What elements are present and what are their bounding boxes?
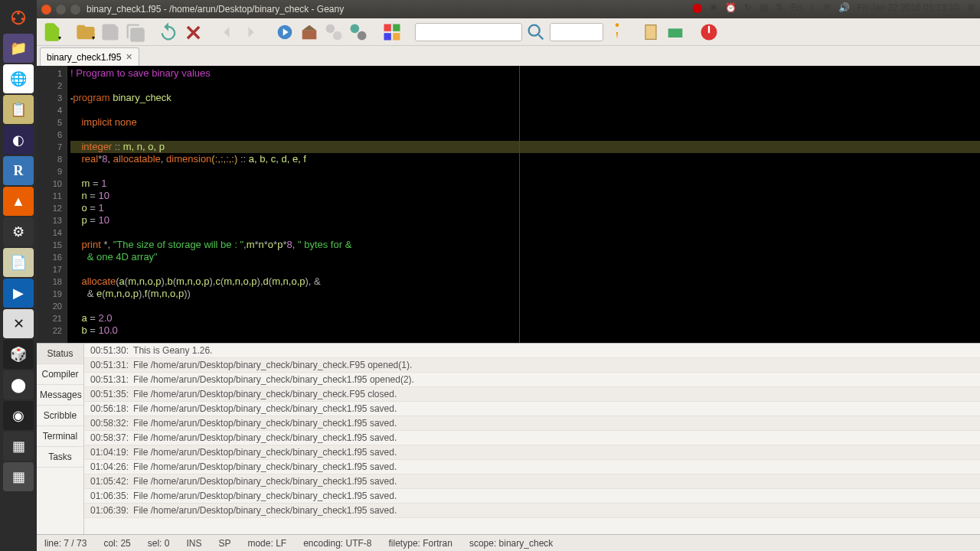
svg-rect-18	[708, 25, 710, 32]
launcher-app7[interactable]: ▦	[3, 432, 34, 461]
bottom-panel: StatusCompilerMessagesScribbleTerminalTa…	[37, 343, 980, 534]
window-close[interactable]	[41, 5, 51, 15]
launcher-app5[interactable]: ⬤	[3, 370, 34, 399]
svg-rect-11	[393, 24, 400, 31]
search-input[interactable]	[415, 23, 522, 41]
statusbar: line: 7 / 73 col: 25 sel: 0 INS SP mode:…	[37, 534, 980, 551]
launcher-files[interactable]: 📁	[3, 34, 34, 63]
tray-volume-icon[interactable]: 🔊	[838, 2, 850, 13]
status-scope: scope: binary_check	[469, 538, 553, 549]
message-row[interactable]: 01:06:35:File /home/arun/Desktop/binary_…	[84, 489, 980, 504]
message-row[interactable]: 00:58:32:File /home/arun/Desktop/binary_…	[84, 416, 980, 431]
messages-list[interactable]: 00:51:30:This is Geany 1.26.00:51:31:Fil…	[84, 344, 980, 534]
tray-clock[interactable]: Fri Jan 22 2016 01:13:10	[858, 2, 959, 13]
main-toolbar: ▾ ▾	[37, 18, 980, 46]
svg-point-6	[326, 24, 335, 33]
plugin-button[interactable]	[665, 21, 686, 43]
tray-record-icon[interactable]: ⬤	[692, 2, 702, 13]
window-minimize[interactable]	[56, 5, 66, 15]
prefs-button[interactable]	[640, 21, 662, 43]
launcher-rstudio[interactable]: R	[3, 156, 34, 185]
svg-rect-15	[645, 24, 656, 39]
tray-network-icon[interactable]: ⇅	[776, 2, 783, 13]
message-row[interactable]: 00:51:31:File /home/arun/Desktop/binary_…	[84, 358, 980, 373]
file-tab-label: binary_check1.f95	[47, 52, 121, 63]
tray-sync-icon[interactable]: ↻	[744, 2, 752, 13]
status-filetype: filetype: Fortran	[389, 538, 452, 549]
execute-button[interactable]	[323, 21, 345, 43]
tray-lang-icon[interactable]: En	[791, 2, 802, 13]
svg-point-8	[351, 24, 360, 33]
panel-tab-status[interactable]: Status	[37, 344, 83, 364]
goto-button[interactable]	[606, 21, 628, 43]
message-row[interactable]: 00:51:31:File /home/arun/Desktop/binary_…	[84, 373, 980, 387]
new-file-button[interactable]: ▾	[41, 21, 63, 43]
line-gutter: 12345678910111213141516171819202122	[37, 66, 67, 343]
reload-button[interactable]	[158, 21, 179, 43]
window-maximize[interactable]	[70, 5, 80, 15]
status-mode: mode: LF	[247, 538, 286, 549]
compile-button[interactable]	[274, 21, 296, 43]
window-titlebar: binary_check1.f95 - /home/arun/Desktop/b…	[37, 0, 980, 18]
panel-tab-messages[interactable]: Messages	[37, 385, 83, 406]
panel-tab-terminal[interactable]: Terminal	[37, 426, 83, 447]
message-row[interactable]: 01:04:26:File /home/arun/Desktop/binary_…	[84, 460, 980, 474]
status-sp: SP	[218, 538, 230, 549]
nav-forward-button[interactable]	[240, 21, 262, 43]
tab-close-icon[interactable]: ✕	[126, 52, 132, 62]
close-button[interactable]	[182, 21, 204, 43]
message-row[interactable]: 01:04:19:File /home/arun/Desktop/binary_…	[84, 445, 980, 460]
panel-tabs: StatusCompilerMessagesScribbleTerminalTa…	[37, 344, 84, 534]
code-content[interactable]: ! Program to save binary values ▪program…	[67, 66, 980, 343]
tray-mail-icon[interactable]: ✉	[823, 2, 831, 13]
file-tabbar: binary_check1.f95 ✕	[37, 46, 980, 66]
launcher-app4[interactable]: 🎲	[3, 340, 34, 369]
save-all-button[interactable]	[124, 21, 145, 43]
panel-tab-scribble[interactable]: Scribble	[37, 406, 83, 426]
system-tray: ⬤ ✱ ⏰ ↻ ▤ ⇅ En ᛒ ✉ 🔊 Fri Jan 22 2016 01:…	[692, 2, 975, 13]
svg-rect-12	[384, 33, 391, 40]
launcher-vlc[interactable]: ▲	[3, 187, 34, 216]
launcher-eclipse[interactable]: ◐	[3, 126, 34, 155]
launcher-app1[interactable]: 📋	[3, 95, 34, 124]
quit-button[interactable]	[698, 21, 720, 43]
build-button[interactable]	[299, 21, 320, 43]
svg-point-14	[529, 24, 540, 35]
nav-back-button[interactable]	[216, 21, 237, 43]
color-button[interactable]	[381, 21, 403, 43]
launcher-dash[interactable]	[3, 3, 34, 32]
message-row[interactable]: 01:06:39:File /home/arun/Desktop/binary_…	[84, 504, 980, 518]
search-button[interactable]	[525, 21, 547, 43]
code-editor[interactable]: 12345678910111213141516171819202122 ! Pr…	[37, 66, 980, 343]
launcher-geany[interactable]: 📄	[3, 248, 34, 277]
launcher-app2[interactable]: ⚙	[3, 217, 34, 246]
unity-launcher: 📁 🌐 📋 ◐ R ▲ ⚙ 📄 ▶ ✕ 🎲 ⬤ ◉ ▦ ▦	[0, 0, 37, 551]
launcher-chrome[interactable]: 🌐	[3, 64, 34, 93]
status-line: line: 7 / 73	[44, 538, 87, 549]
launcher-app3[interactable]: ✕	[3, 309, 34, 338]
launcher-media[interactable]: ▶	[3, 279, 34, 308]
svg-rect-10	[384, 24, 391, 31]
message-row[interactable]: 00:51:30:This is Geany 1.26.	[84, 344, 980, 358]
status-encoding: encoding: UTF-8	[303, 538, 371, 549]
message-row[interactable]: 00:51:35:File /home/arun/Desktop/binary_…	[84, 387, 980, 402]
message-row[interactable]: 01:05:42:File /home/arun/Desktop/binary_…	[84, 474, 980, 489]
tray-power-icon[interactable]: ⚙	[967, 2, 975, 13]
tray-doc-icon[interactable]: ▤	[760, 2, 768, 13]
open-file-button[interactable]: ▾	[75, 21, 96, 43]
tray-alarm-icon[interactable]: ⏰	[725, 2, 737, 13]
message-row[interactable]: 00:58:37:File /home/arun/Desktop/binary_…	[84, 431, 980, 445]
launcher-app8[interactable]: ▦	[3, 462, 34, 491]
status-ins: INS	[186, 538, 201, 549]
tray-puzzle-icon[interactable]: ✱	[710, 2, 717, 13]
panel-tab-tasks[interactable]: Tasks	[37, 447, 83, 468]
run-button[interactable]	[348, 21, 369, 43]
tray-bluetooth-icon[interactable]: ᛒ	[810, 2, 815, 13]
save-button[interactable]	[100, 21, 121, 43]
message-row[interactable]: 00:56:18:File /home/arun/Desktop/binary_…	[84, 402, 980, 416]
panel-tab-compiler[interactable]: Compiler	[37, 364, 83, 385]
goto-input[interactable]	[550, 23, 603, 41]
svg-rect-13	[393, 33, 400, 40]
file-tab[interactable]: binary_check1.f95 ✕	[40, 47, 139, 66]
launcher-app6[interactable]: ◉	[3, 401, 34, 430]
